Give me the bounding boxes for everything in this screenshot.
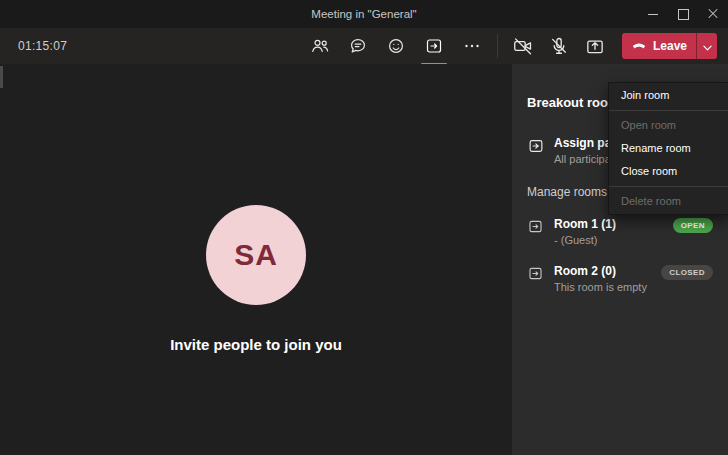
menu-item-open-room: Open room	[609, 114, 728, 137]
minimize-button[interactable]	[638, 0, 668, 28]
meeting-timer: 01:15:07	[18, 39, 67, 53]
maximize-icon	[678, 9, 689, 20]
room-status-badge: CLOSED	[661, 265, 713, 280]
meeting-toolbar: 01:15:07	[0, 28, 728, 64]
share-button[interactable]	[584, 35, 606, 57]
toolbar-divider	[497, 34, 498, 58]
assign-participants-icon	[527, 137, 545, 155]
mic-off-icon	[548, 35, 570, 57]
room-subtitle: - (Guest)	[554, 234, 616, 246]
share-screen-icon	[584, 35, 606, 57]
participants-button[interactable]	[309, 35, 331, 57]
room-texts: Room 2 (0) This room is empty	[554, 264, 647, 293]
room-row-2[interactable]: Room 2 (0) This room is empty CLOSED	[527, 264, 713, 293]
avatar: SA	[206, 205, 306, 305]
people-icon	[310, 36, 330, 56]
titlebar: Meeting in "General"	[0, 0, 728, 28]
toolbar-center-icons	[309, 35, 483, 57]
menu-item-rename-room[interactable]: Rename room	[609, 137, 728, 160]
room-name: Room 2 (0)	[554, 264, 647, 278]
room-subtitle: This room is empty	[554, 281, 647, 293]
breakout-rooms-button[interactable]	[423, 35, 445, 57]
leave-button-main[interactable]: Leave	[622, 33, 696, 59]
room-texts: Room 1 (1) - (Guest)	[554, 217, 616, 246]
reactions-icon	[386, 36, 406, 56]
reactions-button[interactable]	[385, 35, 407, 57]
chat-button[interactable]	[347, 35, 369, 57]
camera-off-icon	[512, 35, 534, 57]
more-options-icon	[462, 36, 482, 56]
room-name: Room 1 (1)	[554, 217, 616, 231]
camera-toggle-button[interactable]	[512, 35, 534, 57]
window-controls	[638, 0, 728, 28]
chevron-down-icon	[703, 37, 712, 55]
maximize-button[interactable]	[668, 0, 698, 28]
room-icon	[527, 218, 545, 236]
close-button[interactable]	[698, 0, 728, 28]
breakout-rooms-icon	[424, 36, 444, 56]
menu-item-join-room[interactable]: Join room	[609, 84, 728, 107]
mic-toggle-button[interactable]	[548, 35, 570, 57]
window-title: Meeting in "General"	[0, 0, 728, 28]
invite-message: Invite people to join you	[0, 336, 512, 353]
teams-meeting-window: Meeting in "General" 01:15:07	[0, 0, 728, 455]
room-row-1[interactable]: Room 1 (1) - (Guest) OPEN	[527, 217, 713, 246]
menu-separator	[609, 110, 728, 111]
menu-separator	[609, 186, 728, 187]
menu-item-delete-room: Delete room	[609, 190, 728, 213]
chat-icon	[348, 36, 368, 56]
close-icon	[708, 9, 718, 19]
leave-options-button[interactable]	[697, 33, 717, 59]
minimize-icon	[648, 14, 658, 15]
hang-up-icon	[631, 37, 647, 55]
more-actions-button[interactable]	[461, 35, 483, 57]
menu-item-close-room[interactable]: Close room	[609, 160, 728, 183]
room-status-badge: OPEN	[673, 218, 713, 233]
meeting-stage: SA Invite people to join you	[0, 64, 512, 455]
stage-scrollbar[interactable]	[0, 66, 3, 88]
leave-label: Leave	[653, 39, 687, 53]
room-icon	[527, 265, 545, 283]
toolbar-device-icons	[512, 35, 606, 57]
room-context-menu: Join room Open room Rename room Close ro…	[608, 82, 728, 215]
leave-button[interactable]: Leave	[622, 33, 717, 59]
